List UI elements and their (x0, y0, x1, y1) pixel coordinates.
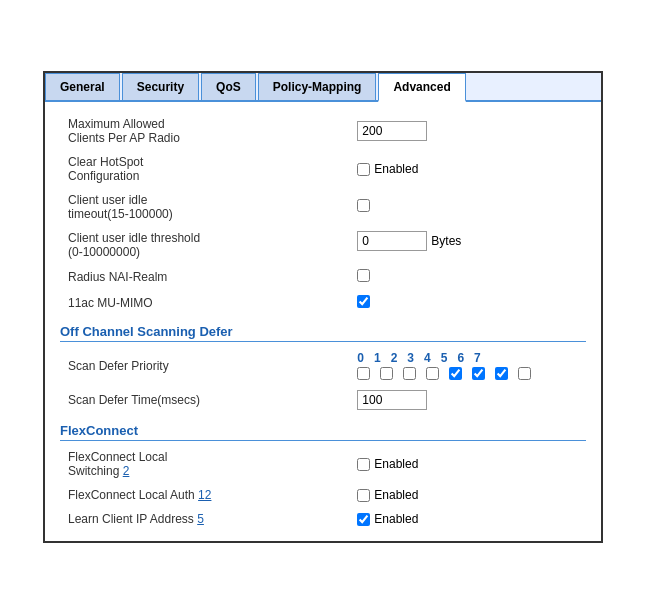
clear-hotspot-checkbox-label[interactable]: Enabled (357, 162, 578, 176)
off-channel-table: Scan Defer Priority 0 1 2 3 4 5 6 7 (60, 346, 586, 415)
flexconnect-table: FlexConnect Local Switching 2 Enabled Fl… (60, 445, 586, 531)
priority-checkbox-5[interactable] (472, 367, 485, 380)
priority-checkbox-0[interactable] (357, 367, 370, 380)
flexconnect-local-switching-checkbox[interactable] (357, 458, 370, 471)
priority-checkbox-7[interactable] (518, 367, 531, 380)
learn-client-ip-checkbox[interactable] (357, 513, 370, 526)
tab-bar: General Security QoS Policy-Mapping Adva… (45, 73, 601, 102)
tab-general[interactable]: General (45, 73, 120, 100)
main-container: General Security QoS Policy-Mapping Adva… (43, 71, 603, 543)
scan-defer-time-label: Scan Defer Time(msecs) (68, 393, 200, 407)
scan-defer-time-row: Scan Defer Time(msecs) (60, 385, 586, 415)
flexconnect-local-auth-checkbox[interactable] (357, 489, 370, 502)
clear-hotspot-enabled-text: Enabled (374, 162, 418, 176)
flexconnect-local-auth-label: FlexConnect Local Auth (68, 488, 195, 502)
learn-client-ip-row: Learn Client IP Address 5 Enabled (60, 507, 586, 531)
mu-mimo-label: 11ac MU-MIMO (68, 296, 153, 310)
tab-qos[interactable]: QoS (201, 73, 256, 100)
priority-checkbox-6[interactable] (495, 367, 508, 380)
off-channel-section-header: Off Channel Scanning Defer (60, 316, 586, 342)
priority-checkbox-1[interactable] (380, 367, 393, 380)
flexconnect-local-auth-enabled-text: Enabled (374, 488, 418, 502)
client-idle-timeout-checkbox[interactable] (357, 199, 370, 212)
priority-checkbox-3[interactable] (426, 367, 439, 380)
client-idle-timeout-row: Client user idle timeout(15-100000) (60, 188, 586, 226)
client-idle-threshold-row: Client user idle threshold (0-10000000) … (60, 226, 586, 264)
radius-nai-checkbox[interactable] (357, 269, 370, 282)
radius-nai-label: Radius NAI-Realm (68, 270, 167, 284)
max-clients-input[interactable] (357, 121, 427, 141)
client-idle-timeout-label: Client user idle timeout(15-100000) (68, 193, 173, 221)
flexconnect-local-auth-checkbox-label[interactable]: Enabled (357, 488, 578, 502)
bytes-label: Bytes (431, 234, 461, 248)
clear-hotspot-label: Clear HotSpot Configuration (68, 155, 143, 183)
scan-defer-priority-row: Scan Defer Priority 0 1 2 3 4 5 6 7 (60, 346, 586, 385)
learn-client-ip-label: Learn Client IP Address (68, 512, 194, 526)
flexconnect-local-switching-label: FlexConnect Local Switching (68, 450, 167, 478)
learn-client-ip-enabled-text: Enabled (374, 512, 418, 526)
learn-client-ip-ref[interactable]: 5 (197, 512, 204, 526)
client-idle-threshold-label: Client user idle threshold (0-10000000) (68, 231, 200, 259)
priority-checkbox-4[interactable] (449, 367, 462, 380)
flexconnect-local-switching-enabled-text: Enabled (374, 457, 418, 471)
flexconnect-local-switching-checkbox-label[interactable]: Enabled (357, 457, 578, 471)
tab-content: Maximum Allowed Clients Per AP Radio Cle… (45, 102, 601, 541)
tab-security[interactable]: Security (122, 73, 199, 100)
mu-mimo-checkbox[interactable] (357, 295, 370, 308)
settings-table: Maximum Allowed Clients Per AP Radio Cle… (60, 112, 586, 316)
tab-advanced[interactable]: Advanced (378, 73, 465, 102)
clear-hotspot-row: Clear HotSpot Configuration Enabled (60, 150, 586, 188)
scan-defer-time-input[interactable] (357, 390, 427, 410)
mu-mimo-row: 11ac MU-MIMO (60, 290, 586, 316)
learn-client-ip-checkbox-label[interactable]: Enabled (357, 512, 578, 526)
tab-policy-mapping[interactable]: Policy-Mapping (258, 73, 377, 100)
flexconnect-local-switching-row: FlexConnect Local Switching 2 Enabled (60, 445, 586, 483)
client-idle-threshold-input[interactable] (357, 231, 427, 251)
clear-hotspot-checkbox[interactable] (357, 163, 370, 176)
flexconnect-local-auth-row: FlexConnect Local Auth 12 Enabled (60, 483, 586, 507)
priority-checkbox-2[interactable] (403, 367, 416, 380)
scan-defer-priority-label: Scan Defer Priority (68, 359, 169, 373)
max-clients-label: Maximum Allowed Clients Per AP Radio (68, 117, 180, 145)
flexconnect-local-switching-ref[interactable]: 2 (123, 464, 130, 478)
flexconnect-local-auth-ref[interactable]: 12 (198, 488, 211, 502)
priority-checkboxes (357, 367, 578, 380)
radius-nai-row: Radius NAI-Realm (60, 264, 586, 290)
flexconnect-section-header: FlexConnect (60, 415, 586, 441)
max-clients-row: Maximum Allowed Clients Per AP Radio (60, 112, 586, 150)
priority-numbers: 0 1 2 3 4 5 6 7 (357, 351, 578, 365)
